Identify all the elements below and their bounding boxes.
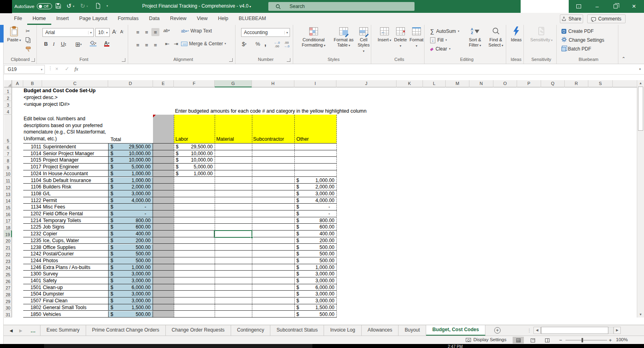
cell-total[interactable]: $3,000.00: [108, 291, 153, 297]
cell-total[interactable]: $800.00: [108, 217, 153, 224]
row-header-15[interactable]: 15: [4, 204, 12, 210]
row-header-26[interactable]: 26: [4, 277, 12, 284]
sheet-tab-contingency[interactable]: Contingency: [231, 325, 271, 336]
row-header-4[interactable]: 4: [4, 108, 12, 115]
header-subcontractor[interactable]: Subcontractor: [253, 136, 284, 142]
cell-total[interactable]: $600.00: [108, 224, 153, 230]
row-header-3[interactable]: 3: [4, 101, 12, 108]
clipboard-dialog-launcher[interactable]: [31, 58, 35, 62]
undo-icon[interactable]: ↺: [66, 2, 72, 10]
cell-cost-code[interactable]: 1242: [23, 251, 41, 257]
cell-description[interactable]: Project Engineer: [43, 164, 79, 170]
cell-cost-code[interactable]: 1202: [23, 210, 41, 217]
bottom-align-button[interactable]: ≡: [151, 28, 159, 36]
fill-handle[interactable]: [251, 236, 253, 239]
cell-cost-code[interactable]: 1134: [23, 204, 41, 210]
cell-total[interactable]: $5,000.00: [108, 164, 153, 170]
cell-cost-code[interactable]: 1024: [23, 170, 41, 177]
row-header-1[interactable]: 1: [4, 87, 12, 94]
cell-total[interactable]: $400.00: [108, 231, 153, 237]
namebox-resize-handle[interactable]: ⋮: [48, 66, 52, 71]
cell-other[interactable]: $500.00: [294, 251, 336, 257]
cell-project-desc[interactable]: <project desc.>: [24, 94, 58, 101]
row-header-20[interactable]: 20: [4, 237, 12, 244]
row-header-19[interactable]: 19: [4, 231, 12, 237]
cell-total[interactable]: $10,000.00: [108, 150, 153, 157]
cell-description[interactable]: Copier: [43, 231, 57, 237]
zoom-slider[interactable]: [566, 340, 607, 340]
change-settings-button[interactable]: Change Settings: [561, 36, 604, 44]
clear-button[interactable]: ◆Clear: [430, 45, 451, 53]
cell-other[interactable]: $-: [294, 210, 336, 217]
cell-cost-code[interactable]: 1244: [23, 257, 41, 264]
row-header-13[interactable]: 13: [4, 190, 12, 197]
share-button[interactable]: Share: [560, 14, 583, 23]
minimize-button[interactable]: –: [588, 0, 606, 13]
cell-description[interactable]: Sub Default Insurance: [43, 177, 91, 184]
align-right-button[interactable]: ≡: [151, 41, 159, 49]
cell-project-id[interactable]: <unique project ID#>: [24, 101, 70, 108]
tab-data[interactable]: Data: [144, 13, 165, 25]
save-icon[interactable]: [55, 3, 61, 10]
row-header-6[interactable]: 6: [4, 144, 12, 150]
print-preview-icon[interactable]: [95, 3, 101, 10]
row-header-29[interactable]: 29: [4, 297, 12, 304]
tab-file[interactable]: File: [9, 13, 27, 25]
row-header-5[interactable]: 5: [4, 115, 12, 144]
cell-description[interactable]: Safety: [43, 277, 57, 284]
font-dialog-launcher[interactable]: [122, 58, 125, 62]
cell-other[interactable]: $2,000.00: [294, 184, 336, 190]
name-box[interactable]: G19: [4, 65, 45, 74]
create-pdf-button[interactable]: Create PDF: [561, 27, 594, 35]
sheet-tab-allowances[interactable]: Allowances: [362, 325, 399, 336]
cell-other[interactable]: $3,000.00: [294, 297, 336, 304]
column-header-A[interactable]: A: [12, 80, 23, 87]
sheet-tab-budget-cost-codes[interactable]: Budget, Cost Codes: [426, 325, 485, 336]
sheet-tab-change-order-requests[interactable]: Change Order Requests: [166, 325, 231, 336]
page-layout-view-button[interactable]: [527, 337, 538, 344]
fill-button[interactable]: ↓Fill: [430, 36, 447, 44]
bold-button[interactable]: B: [44, 41, 48, 47]
close-button[interactable]: ×: [625, 0, 643, 13]
select-all-corner[interactable]: [4, 80, 12, 87]
cell-cost-code[interactable]: 1106: [23, 184, 41, 190]
column-header-D[interactable]: D: [108, 80, 153, 87]
number-dialog-launcher[interactable]: [287, 58, 290, 62]
cell-edit-note[interactable]: Edit below col. Numbers and descriptions…: [24, 115, 112, 142]
cell-other[interactable]: $500.00: [294, 244, 336, 251]
cell-description[interactable]: Extra Plans / As-builts: [43, 264, 91, 271]
column-header-H[interactable]: H: [252, 80, 294, 87]
vertical-scrollbar[interactable]: ▲ ▼: [637, 80, 644, 318]
cell-description[interactable]: Clean-up: [43, 284, 62, 291]
column-header-F[interactable]: F: [174, 80, 215, 87]
zoom-out-icon[interactable]: −: [559, 337, 562, 343]
vertical-scroll-thumb[interactable]: [638, 87, 643, 131]
column-header-K[interactable]: K: [396, 80, 423, 87]
grow-font-button[interactable]: Aˆ: [112, 28, 117, 35]
row-header-12[interactable]: 12: [4, 184, 12, 190]
cell-other[interactable]: $1,500.00: [294, 304, 336, 311]
cell-total[interactable]: $6,000.00: [108, 284, 153, 291]
column-header-G[interactable]: G: [215, 80, 252, 87]
cell-description[interactable]: In House Accountant: [43, 170, 88, 177]
increase-decimal-button[interactable]: ←.0.00: [274, 41, 280, 48]
center-button[interactable]: ≡: [143, 41, 151, 49]
tab-home[interactable]: Home: [27, 13, 51, 25]
row-header-24[interactable]: 24: [4, 264, 12, 271]
format-cells-button[interactable]: Format: [409, 26, 424, 49]
zoom-level[interactable]: 100%: [616, 337, 628, 342]
cell-total[interactable]: $3,000.00: [108, 297, 153, 304]
cell-total[interactable]: $1,000.00: [108, 177, 153, 184]
row-header-14[interactable]: 14: [4, 197, 12, 204]
cell-other[interactable]: $4,000.00: [294, 197, 336, 204]
row-header-18[interactable]: 18: [4, 224, 12, 231]
row-header-16[interactable]: 16: [4, 210, 12, 217]
cell-cost-code[interactable]: 1235: [23, 237, 41, 244]
comma-style-button[interactable]: ,: [264, 39, 266, 48]
cell-total[interactable]: $3,000.00: [108, 277, 153, 284]
add-sheet-button[interactable]: +: [494, 327, 501, 334]
header-total[interactable]: Total: [111, 136, 121, 143]
cell-cost-code[interactable]: 1300: [23, 271, 41, 277]
decrease-decimal-button[interactable]: .00→.0: [284, 41, 290, 48]
row-header-25[interactable]: 25: [4, 271, 12, 277]
